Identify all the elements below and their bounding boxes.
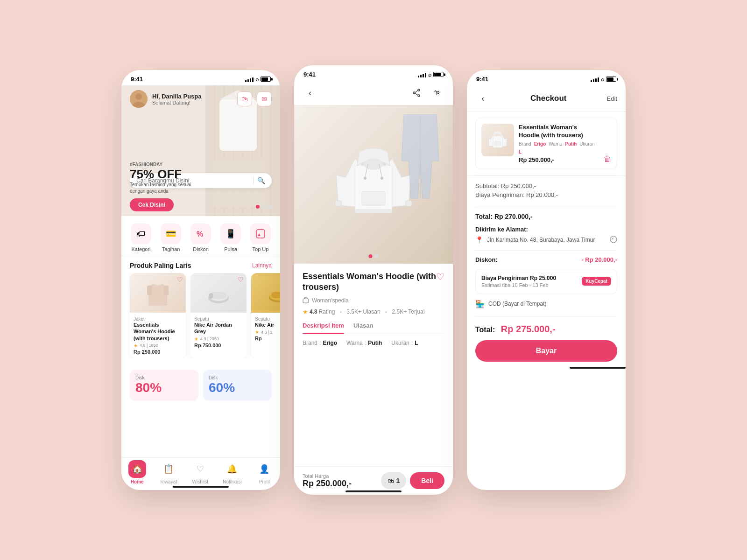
cod-text: COD (Bayar di Tempat) bbox=[488, 301, 546, 307]
product-rating-0: ★ 4.8 | 1850 bbox=[134, 343, 182, 348]
star-icon-2: ★ bbox=[255, 329, 259, 335]
tab-ulasan[interactable]: Ulasan bbox=[353, 322, 374, 334]
svg-text:▲: ▲ bbox=[257, 232, 261, 237]
cat-label-1: Tagihan bbox=[162, 246, 180, 252]
pdot-2 bbox=[375, 254, 379, 258]
cart-counter-button[interactable]: 🛍 1 bbox=[381, 472, 407, 489]
nav-wishlist-label: Wishlist bbox=[192, 479, 208, 484]
edit-button[interactable]: Edit bbox=[607, 95, 617, 102]
search-icon[interactable]: 🔍 bbox=[257, 177, 265, 184]
sold-text: 2.5K+ Terjual bbox=[392, 308, 424, 315]
product-hero-image bbox=[294, 105, 453, 264]
product-top-bar: ‹ 🛍 bbox=[294, 81, 453, 105]
disk-value-0: 80% bbox=[135, 380, 193, 395]
home-bar bbox=[173, 486, 229, 488]
address-edit-icon[interactable] bbox=[610, 236, 617, 245]
svg-rect-19 bbox=[164, 286, 169, 295]
product-name-0: Essentials Woman's Hoodie (with trousers… bbox=[134, 322, 182, 342]
colon-3: : bbox=[411, 340, 413, 346]
discount-card-1[interactable]: Disk 60% bbox=[203, 370, 272, 401]
disk-value-1: 60% bbox=[209, 380, 266, 395]
rating-num: 4.8 bbox=[310, 308, 317, 315]
svg-rect-43 bbox=[303, 299, 309, 303]
nav-notifikasi[interactable]: 🔔 Notifikasi bbox=[223, 460, 242, 484]
user-name: Hi, Danilla Puspa bbox=[152, 93, 201, 100]
cat-topup[interactable]: ▲ Top Up bbox=[250, 224, 271, 252]
product-rating-2: ★ 4.8 | 2 bbox=[255, 329, 280, 335]
product-img-1: ♡ bbox=[190, 273, 247, 313]
time-center: 9:41 bbox=[303, 71, 316, 78]
lainnya-link[interactable]: Lainnya bbox=[252, 262, 272, 269]
promo-tag: #FASHIONDAY bbox=[130, 162, 195, 167]
nav-profil[interactable]: 👤 Profil bbox=[255, 460, 273, 484]
avatar bbox=[130, 90, 148, 108]
wifi-icon-c: ⌕ bbox=[428, 71, 431, 78]
ukuran-label-r: Ukuran bbox=[579, 141, 594, 147]
cat-pulsa[interactable]: 📱 Pulsa bbox=[220, 224, 241, 252]
nav-wishlist[interactable]: ♡ Wishlist bbox=[191, 460, 209, 484]
svg-point-27 bbox=[418, 89, 420, 91]
share-button[interactable] bbox=[409, 85, 424, 100]
svg-point-29 bbox=[413, 92, 415, 94]
jeans-bg-svg bbox=[397, 114, 444, 208]
product-detail-header: Essentials Woman's Hoodie (with trousers… bbox=[303, 271, 444, 293]
wifi-icon: ⌕ bbox=[255, 76, 259, 83]
beli-button[interactable]: Beli bbox=[410, 472, 444, 489]
subtotal-line: Subtotal: Rp 250.000,- bbox=[475, 182, 617, 189]
total-section: Total Harga Rp 250.000,- bbox=[303, 473, 352, 489]
product-card-2[interactable]: ♡ Sepatu Nike Air ★ 4.8 | 2 Rp bbox=[251, 273, 280, 358]
cart-icon-btn[interactable]: 🛍 bbox=[237, 91, 252, 106]
star-icon-1: ★ bbox=[194, 336, 198, 342]
product-price-0: Rp 250.000 bbox=[134, 349, 182, 355]
hero-top-bar: Hi, Danilla Puspa Selamat Datang! 🛍 ✉ bbox=[121, 85, 280, 112]
checkout-item-card: Essentials Woman's Hoodie (with trousers… bbox=[475, 118, 617, 169]
dot-3 bbox=[268, 205, 272, 209]
cat-tagihan[interactable]: 💳 Tagihan bbox=[161, 224, 181, 252]
back-button[interactable]: ‹ bbox=[303, 85, 317, 100]
product-card-0[interactable]: ♡ Jaket Essentials Woman's Hoodie (with … bbox=[130, 273, 186, 358]
bullet-1: ● bbox=[339, 310, 342, 314]
mail-icon-btn[interactable]: ✉ bbox=[257, 91, 272, 106]
tagihan-icon: 💳 bbox=[161, 224, 181, 244]
svg-rect-26 bbox=[271, 292, 280, 298]
heart-icon-1[interactable]: ♡ bbox=[238, 276, 244, 283]
nav-riwayat-label: Riwayat bbox=[160, 479, 177, 484]
checkout-title: Checkout bbox=[530, 94, 566, 103]
heart-icon-0[interactable]: ♡ bbox=[177, 276, 183, 283]
carousel-dots bbox=[256, 205, 272, 209]
rating-stars: ★ 4.8 Rating bbox=[303, 308, 335, 315]
address-section: Dikirim ke Alamat: 📍 Jln Karimata No. 48… bbox=[467, 226, 626, 250]
product-detail-name: Essentials Woman's Hoodie (with trousers… bbox=[303, 271, 436, 293]
cat-kategori[interactable]: 🏷 Kategori bbox=[131, 224, 151, 252]
rating-text-1: 4.9 | 2050 bbox=[200, 336, 219, 341]
status-bar-left: 9:41 ⌕ bbox=[121, 70, 280, 85]
categories-section: 🏷 Kategori 💳 Tagihan % Diskon 📱 Pulsa ▲ bbox=[121, 216, 280, 256]
spec-warna-label: Warna bbox=[346, 340, 363, 346]
item-thumbnail bbox=[481, 124, 514, 156]
shipping-title: Biaya Pengiriman Rp 25.000 bbox=[481, 275, 556, 281]
spec-ukuran-value: L bbox=[415, 340, 418, 346]
shipping-card[interactable]: Biaya Pengiriman Rp 25.000 Estimasi tiba… bbox=[475, 269, 617, 294]
star-filled: ★ bbox=[303, 308, 308, 315]
spec-brand-value: Erigo bbox=[323, 340, 337, 346]
discount-card-0[interactable]: Disk 80% bbox=[130, 370, 198, 401]
bayar-button[interactable]: Bayar bbox=[475, 340, 617, 362]
rating-label: Rating bbox=[319, 308, 335, 315]
buy-actions: 🛍 1 Beli bbox=[381, 472, 444, 489]
checkout-back-button[interactable]: ‹ bbox=[475, 91, 490, 106]
nav-riwayat[interactable]: 📋 Riwayat bbox=[160, 460, 177, 484]
address-label: Dikirim ke Alamat: bbox=[475, 226, 617, 233]
product-card-1[interactable]: ♡ Sepatu Nike Air Jordan Grey ★ 4.9 | 20… bbox=[190, 273, 247, 358]
delete-button[interactable]: 🗑 bbox=[604, 155, 611, 163]
spec-ukuran-label: Ukuran bbox=[391, 340, 409, 346]
cek-button[interactable]: Cek Disini bbox=[130, 198, 174, 211]
wishlist-button[interactable]: ♡ bbox=[436, 271, 444, 282]
cat-diskon[interactable]: % Diskon bbox=[190, 224, 211, 252]
cart-button-center[interactable]: 🛍 bbox=[430, 85, 444, 100]
nav-home[interactable]: 🏠 Home bbox=[128, 460, 146, 484]
tab-deskripsi[interactable]: Deskripsi Item bbox=[303, 322, 344, 334]
final-total-value: Rp 275.000,- bbox=[501, 324, 556, 334]
star-icon-0: ★ bbox=[134, 343, 138, 348]
nav-home-label: Home bbox=[131, 479, 144, 484]
cart-icon-center: 🛍 bbox=[388, 477, 394, 484]
